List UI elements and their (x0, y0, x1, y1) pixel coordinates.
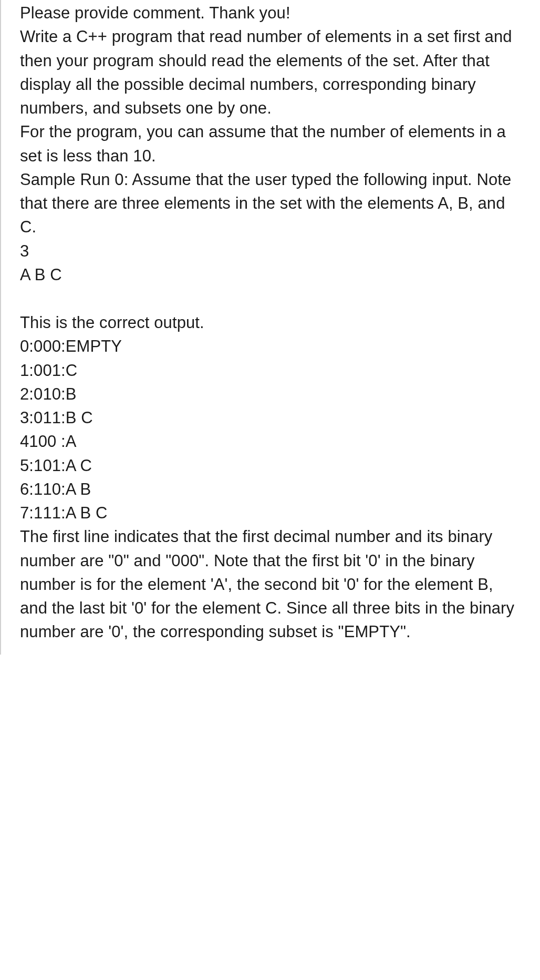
input-line-1: 3 (20, 239, 521, 263)
input-line-2: A B C (20, 263, 521, 287)
output-line-0: 0:000:EMPTY (20, 334, 521, 358)
output-line-1: 1:001:C (20, 359, 521, 382)
sample-run-text: Sample Run 0: Assume that the user typed… (20, 168, 521, 239)
output-line-4: 4100 :A (20, 430, 521, 453)
output-line-7: 7:111:A B C (20, 501, 521, 525)
output-line-6: 6:110:A B (20, 477, 521, 501)
intro-text: Please provide comment. Thank you! (20, 1, 521, 25)
document-content: Please provide comment. Thank you! Write… (1, 0, 521, 655)
problem-description: Write a C++ program that read number of … (20, 25, 521, 120)
output-label: This is the correct output. (20, 311, 521, 334)
spacer (20, 287, 521, 311)
output-line-2: 2:010:B (20, 382, 521, 406)
output-line-3: 3:011:B C (20, 406, 521, 430)
explanation-text: The first line indicates that the first … (20, 525, 521, 644)
assumption-text: For the program, you can assume that the… (20, 120, 521, 168)
output-line-5: 5:101:A C (20, 454, 521, 477)
